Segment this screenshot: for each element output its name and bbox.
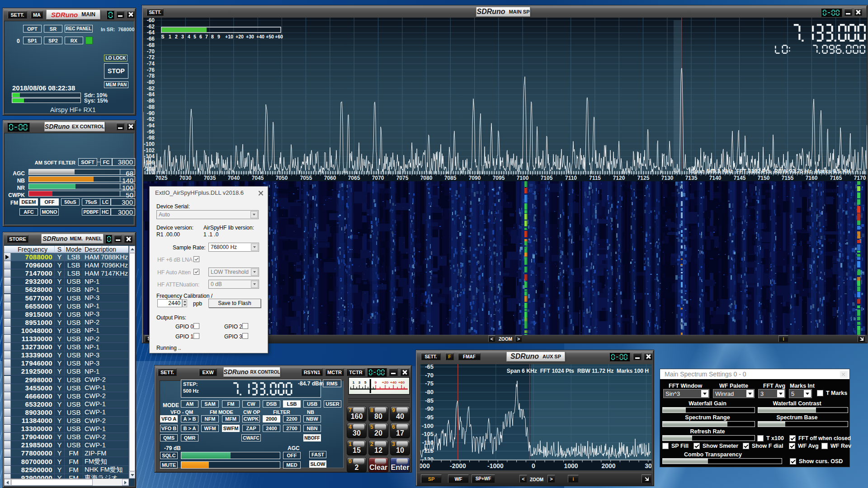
svg-text:-70: -70 [425,372,434,379]
svg-text:-95: -95 [425,414,434,421]
svg-text:-60: -60 [147,18,155,23]
svg-text:-85: -85 [425,397,434,404]
svg-text:7085: 7085 [444,175,457,181]
svg-text:7050: 7050 [276,175,288,181]
svg-text:-80: -80 [147,79,155,85]
svg-text:-102: -102 [144,147,155,154]
svg-text:7030: 7030 [179,175,192,181]
svg-text:7025: 7025 [156,175,168,181]
svg-text:+20: +20 [382,380,389,385]
svg-text:-74: -74 [147,61,155,67]
svg-text:7160: 7160 [806,175,818,181]
svg-text:-96: -96 [147,129,155,135]
svg-text:Span 6 KHz FFT 1024 Pts RBW: Span 6 KHz FFT 1024 Pts RBW 11.72 Hz Mar… [507,368,649,374]
svg-text:S: S [161,34,164,39]
svg-text:2000: 2000 [601,462,615,469]
svg-text:7040: 7040 [228,175,240,181]
svg-text:-62: -62 [147,23,155,30]
svg-text:+60: +60 [275,34,283,39]
svg-text:-72: -72 [147,54,155,61]
svg-text:7155: 7155 [782,175,794,181]
svg-text:3: 3 [359,380,361,385]
svg-text:-100: -100 [422,422,434,429]
svg-text:+50: +50 [266,34,274,39]
svg-text:7045: 7045 [252,175,264,181]
svg-text:2: 2 [175,34,178,39]
svg-text:7120: 7120 [613,175,625,181]
svg-text:7130: 7130 [661,175,674,181]
svg-text:3: 3 [181,34,184,39]
svg-text:-105: -105 [422,431,434,437]
svg-text:8: 8 [211,34,214,39]
svg-text:30: 30 [645,462,651,469]
svg-text:-66: -66 [147,36,155,42]
svg-text:-94: -94 [147,122,155,129]
svg-text:7060: 7060 [324,175,336,181]
svg-text:-80: -80 [425,389,434,395]
svg-text:7125: 7125 [637,175,650,181]
svg-text:-90: -90 [425,405,434,412]
svg-text:7075: 7075 [396,175,409,181]
svg-text:7055: 7055 [300,175,312,181]
svg-text:+40: +40 [390,380,397,385]
svg-text:+40: +40 [256,34,264,39]
svg-text:7090: 7090 [469,175,481,181]
svg-text:9: 9 [217,34,220,39]
svg-text:7140: 7140 [709,175,722,181]
svg-text:-75: -75 [425,380,434,387]
svg-text:9: 9 [375,380,377,385]
svg-text:1: 1 [353,380,355,385]
svg-text:-84: -84 [147,91,155,98]
svg-text:7135: 7135 [685,175,698,181]
svg-text:-68: -68 [147,42,155,48]
svg-text:5: 5 [364,380,367,385]
svg-text:-70: -70 [147,48,155,55]
svg-text:7080: 7080 [420,175,433,181]
svg-text:7170: 7170 [854,175,866,181]
svg-text:7145: 7145 [734,175,746,181]
svg-text:+20: +20 [236,34,244,39]
svg-text:4: 4 [188,34,190,39]
svg-text:1000: 1000 [564,462,578,469]
svg-text:7105: 7105 [541,175,553,181]
svg-text:7165: 7165 [830,175,842,181]
svg-text:000: 000 [420,462,430,469]
svg-text:-100: -100 [144,141,155,147]
svg-text:7: 7 [205,34,208,39]
svg-text:7150: 7150 [758,175,770,181]
svg-text:7065: 7065 [348,175,360,181]
svg-text:-65: -65 [425,364,434,370]
svg-text:+60: +60 [398,380,405,385]
svg-text:+10: +10 [225,34,233,39]
svg-text:6: 6 [199,34,202,39]
svg-text:-2000: -2000 [450,462,466,469]
svg-text:-98: -98 [147,135,155,141]
svg-text:+30: +30 [246,34,254,39]
svg-text:-88: -88 [147,104,155,110]
svg-text:7035: 7035 [204,175,216,181]
svg-text:7095: 7095 [493,175,505,181]
svg-text:7100: 7100 [517,175,529,181]
svg-text:-92: -92 [147,116,155,122]
svg-text:7070: 7070 [372,175,384,181]
svg-text:-104: -104 [144,153,155,160]
svg-text:5: 5 [193,34,196,39]
svg-text:1: 1 [169,34,171,39]
svg-text:-76: -76 [147,67,155,73]
svg-text:-90: -90 [147,110,155,117]
svg-text:7115: 7115 [589,175,601,181]
svg-text:-1000: -1000 [487,462,504,469]
svg-text:-82: -82 [147,85,155,92]
svg-text:-64: -64 [147,29,155,36]
svg-text:0: 0 [532,462,535,469]
svg-text:-78: -78 [147,73,155,79]
svg-text:7110: 7110 [565,175,577,181]
svg-text:-86: -86 [147,98,155,104]
